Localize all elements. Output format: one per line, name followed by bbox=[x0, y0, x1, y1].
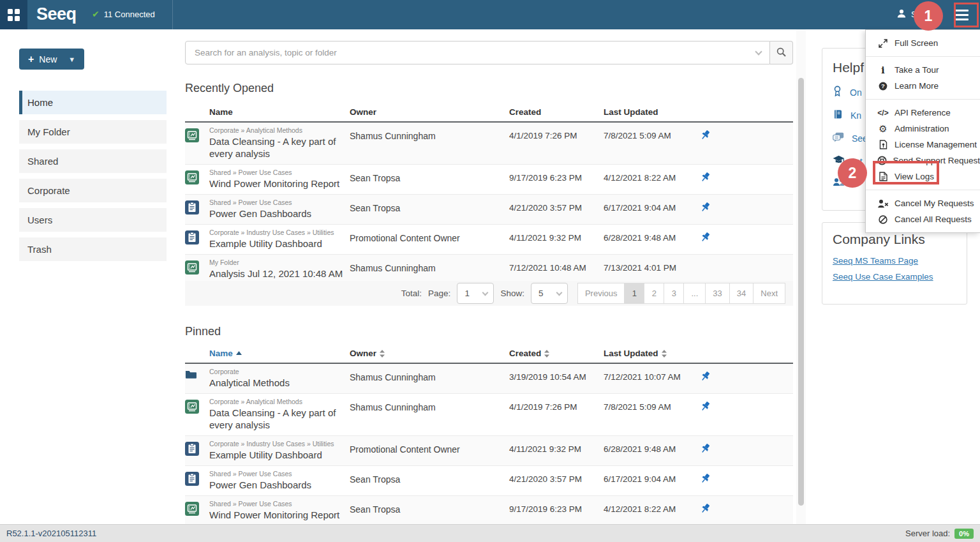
item-created: 3/19/2019 10:54 AM bbox=[509, 364, 604, 393]
item-name[interactable]: Analytical Methods bbox=[209, 377, 343, 389]
sidebar-item-trash[interactable]: Trash bbox=[19, 237, 167, 261]
search-button[interactable] bbox=[770, 41, 793, 64]
pin-icon[interactable] bbox=[699, 123, 793, 164]
connection-status[interactable]: ✔ 11 Connected bbox=[92, 9, 155, 19]
sidebar-item-shared[interactable]: Shared bbox=[19, 149, 167, 173]
table-row[interactable]: Shared » Power Use Cases Wind Power Moni… bbox=[185, 165, 793, 195]
page-button-34[interactable]: 34 bbox=[729, 283, 754, 304]
next-button[interactable]: Next bbox=[753, 283, 785, 304]
column-header[interactable]: Last Updated bbox=[604, 107, 699, 117]
pin-icon[interactable] bbox=[699, 225, 793, 254]
item-path[interactable]: Corporate » Industry Use Cases » Utiliti… bbox=[209, 229, 343, 237]
item-path[interactable]: Corporate » Analytical Methods bbox=[209, 126, 343, 135]
item-path[interactable]: Corporate » Analytical Methods bbox=[209, 398, 343, 406]
item-name[interactable]: Analysis Jul 12, 2021 10:48 AM bbox=[209, 267, 343, 280]
link-seeq-use-cases[interactable]: Seeq Use Case Examples bbox=[833, 272, 967, 282]
column-header[interactable]: Name bbox=[209, 349, 350, 358]
sidebar-item-corporate[interactable]: Corporate bbox=[19, 179, 167, 202]
item-created: 4/11/2021 9:32 PM bbox=[509, 436, 604, 465]
pin-icon[interactable] bbox=[699, 195, 793, 224]
table-row[interactable]: Corporate » Analytical Methods Data Clea… bbox=[185, 123, 793, 165]
item-path[interactable]: Shared » Power Use Cases bbox=[209, 500, 343, 508]
table-row[interactable]: Corporate » Industry Use Cases » Utiliti… bbox=[185, 225, 793, 255]
caret-down-icon[interactable]: ▼ bbox=[68, 56, 75, 63]
menu-item-cancel-my-requests[interactable]: Cancel My Requests bbox=[866, 195, 980, 211]
menu-item-license-management[interactable]: License Management bbox=[866, 137, 980, 153]
item-name[interactable]: Data Cleansing - A key part of every ana… bbox=[209, 407, 343, 431]
previous-button[interactable]: Previous bbox=[577, 283, 625, 304]
menu-item-learn-more[interactable]: ? Learn More bbox=[866, 78, 980, 94]
pinned-title: Pinned bbox=[185, 325, 221, 338]
page-select[interactable]: 1 bbox=[457, 283, 494, 304]
item-name[interactable]: Wind Power Monitoring Report bbox=[209, 509, 343, 521]
sidebar-item-my-folder[interactable]: My Folder bbox=[19, 120, 167, 144]
table-row[interactable]: My Folder Analysis Jul 12, 2021 10:48 AM… bbox=[185, 255, 793, 285]
column-header[interactable]: Name bbox=[209, 107, 350, 117]
pagination-bar: Total: Page: 1 Show: 5 Previous 1 bbox=[185, 281, 793, 306]
column-header[interactable]: Owner bbox=[350, 107, 509, 117]
link-seeq-ms-teams[interactable]: Seeq MS Teams Page bbox=[833, 256, 967, 266]
item-path[interactable]: My Folder bbox=[209, 259, 343, 267]
item-owner: Sean Tropsa bbox=[350, 496, 509, 525]
sort-icon bbox=[662, 350, 667, 358]
table-row[interactable]: Corporate » Analytical Methods Data Clea… bbox=[185, 394, 793, 436]
pin-icon[interactable] bbox=[699, 394, 793, 435]
table-row[interactable]: Shared » Power Use Cases Power Gen Dashb… bbox=[185, 466, 793, 496]
item-path[interactable]: Corporate » Industry Use Cases » Utiliti… bbox=[209, 440, 343, 448]
search-input[interactable] bbox=[185, 41, 770, 64]
table-row[interactable]: Shared » Power Use Cases Power Gen Dashb… bbox=[185, 195, 793, 225]
top-navbar: Seeq ✔ 11 Connected Sha bbox=[0, 0, 980, 29]
item-updated: 7/12/2021 10:07 AM bbox=[604, 364, 699, 393]
version-label: R52.1.1-v202105112311 bbox=[0, 529, 96, 538]
pin-icon[interactable] bbox=[699, 165, 793, 194]
pinned-header: Name Owner Created Last Updated bbox=[185, 349, 793, 364]
item-name[interactable]: Power Gen Dashboards bbox=[209, 207, 343, 220]
menu-item-full-screen[interactable]: Full Screen bbox=[866, 35, 980, 51]
item-name[interactable]: Example Utility Dashboard bbox=[209, 237, 343, 250]
table-row[interactable]: Corporate » Industry Use Cases » Utiliti… bbox=[185, 436, 793, 466]
page-button-2[interactable]: 2 bbox=[644, 283, 664, 304]
page-button-3[interactable]: 3 bbox=[664, 283, 684, 304]
item-path[interactable]: Shared » Power Use Cases bbox=[209, 470, 343, 478]
scrollbar-thumb[interactable] bbox=[798, 78, 804, 506]
pin-icon[interactable] bbox=[699, 436, 793, 465]
item-name[interactable]: Wind Power Monitoring Report bbox=[209, 177, 343, 190]
column-header[interactable]: Owner bbox=[350, 349, 509, 358]
show-select[interactable]: 5 bbox=[531, 283, 568, 304]
pin-icon[interactable] bbox=[699, 496, 793, 525]
item-type-icon bbox=[185, 165, 209, 194]
item-created: 4/21/2020 3:57 PM bbox=[509, 466, 604, 495]
sidebar-item-home[interactable]: Home bbox=[19, 91, 167, 114]
scrollbar-track[interactable] bbox=[796, 29, 806, 524]
app-window: Seeq ✔ 11 Connected Sha + New ▼ Home bbox=[0, 0, 980, 542]
menu-item-take-a-tour[interactable]: i Take a Tour bbox=[866, 62, 980, 78]
item-path[interactable]: Shared » Power Use Cases bbox=[209, 199, 343, 207]
total-label: Total: bbox=[401, 289, 422, 298]
item-name[interactable]: Power Gen Dashboards bbox=[209, 479, 343, 491]
svg-text:?: ? bbox=[881, 82, 885, 89]
table-row[interactable]: Corporate Analytical Methods Shamus Cunn… bbox=[185, 364, 793, 394]
pin-icon[interactable] bbox=[699, 364, 793, 393]
item-name[interactable]: Data Cleansing - A key part of every ana… bbox=[209, 135, 343, 160]
column-header[interactable]: Created bbox=[509, 107, 604, 117]
item-path[interactable]: Shared » Power Use Cases bbox=[209, 169, 343, 177]
menu-item-api-reference[interactable]: </> API Reference bbox=[866, 105, 980, 121]
sidebar-item-users[interactable]: Users bbox=[19, 208, 167, 232]
pin-icon[interactable] bbox=[699, 466, 793, 495]
page-button-1[interactable]: 1 bbox=[624, 283, 644, 304]
item-updated: 7/13/2021 4:01 PM bbox=[604, 255, 699, 284]
menu-item-cancel-all-requests[interactable]: Cancel All Requests bbox=[866, 211, 980, 227]
item-name[interactable]: Example Utility Dashboard bbox=[209, 449, 343, 461]
table-row[interactable]: Shared » Power Use Cases Wind Power Moni… bbox=[185, 496, 793, 526]
column-header[interactable]: Created bbox=[509, 349, 604, 358]
apps-grid-button[interactable] bbox=[0, 0, 27, 29]
page-ellipsis[interactable]: ... bbox=[683, 283, 706, 304]
recently-opened-table: Corporate » Analytical Methods Data Clea… bbox=[185, 123, 793, 285]
item-path[interactable]: Corporate bbox=[209, 368, 343, 376]
column-header[interactable]: Last Updated bbox=[604, 349, 699, 358]
menu-item-administration[interactable]: ⚙ Administration bbox=[866, 121, 980, 137]
item-owner: Shamus Cunningham bbox=[350, 394, 509, 435]
server-load-badge: 0% bbox=[954, 529, 974, 539]
new-button[interactable]: + New ▼ bbox=[19, 49, 84, 70]
page-button-33[interactable]: 33 bbox=[705, 283, 729, 304]
